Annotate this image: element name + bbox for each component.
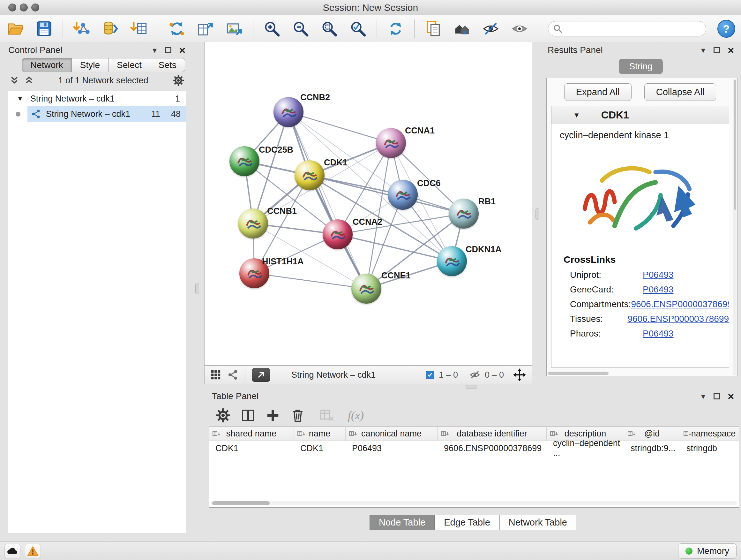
network-node-CDK1[interactable] [294,160,325,190]
column-header-database-identifier[interactable]: database identifier [437,427,547,441]
close-panel-icon[interactable]: × [179,46,185,54]
tab-network-table[interactable]: Network Table [499,515,576,530]
collapse-all-button[interactable]: Collapse All [644,83,717,101]
panel-menu-icon[interactable]: ▾ [701,46,705,54]
global-search[interactable] [548,21,706,37]
add-column-icon[interactable] [266,408,280,423]
network-node-CCNA2[interactable] [323,219,353,249]
section-expander-icon[interactable]: ▼ [573,111,580,119]
column-header-shared-name[interactable]: shared name [209,427,294,441]
float-panel-icon[interactable] [714,47,720,53]
open-in-new-window-button[interactable] [252,368,270,382]
tab-node-table[interactable]: Node Table [369,515,434,530]
table-cell: cyclin–dependent ... [547,441,624,455]
column-header-description[interactable]: description [547,427,624,441]
export-image-button[interactable] [223,18,245,40]
copy-document-button[interactable] [422,18,444,40]
show-all-button[interactable] [509,18,530,40]
import-table-button[interactable] [128,18,150,40]
network-node-CDC25B[interactable] [229,146,259,176]
network-options-gear-icon[interactable] [173,75,184,86]
crosslink-value[interactable]: 9606.ENSP00000378699 [631,299,729,309]
open-session-button[interactable] [4,18,26,40]
import-network-from-file-button[interactable] [71,18,92,40]
close-window-button[interactable] [8,3,16,11]
table-horizontal-scrollbar[interactable] [211,501,737,505]
tab-sets[interactable]: Sets [150,58,185,72]
tab-edge-table[interactable]: Edge Table [434,515,499,530]
crosslink-value[interactable]: P06493 [643,270,674,280]
new-network-button[interactable] [166,18,188,40]
column-header-label: canonical name [361,429,421,439]
close-panel-icon[interactable]: × [728,392,734,400]
network-collection-row[interactable]: ▼ String Network – cdk1 1 [8,91,186,106]
panel-menu-icon[interactable]: ▾ [701,392,705,400]
column-header-id[interactable]: @id [624,427,680,441]
string-tab-badge[interactable]: String [619,59,663,74]
edge-count: 48 [171,109,181,119]
zoom-window-button[interactable] [31,3,39,11]
zoom-in-button[interactable] [261,18,283,40]
network-node-CCNA1[interactable] [376,128,406,158]
column-header-canonical-name[interactable]: canonical name [346,427,437,441]
network-from-table-button[interactable] [195,18,216,40]
minimize-window-button[interactable] [20,3,28,11]
network-node-CCNB2[interactable] [273,97,304,127]
column-header-namespace[interactable]: namespace [680,427,739,441]
refresh-view-button[interactable] [385,18,407,40]
delete-column-icon[interactable] [290,408,305,423]
tab-network[interactable]: Network [22,58,72,72]
gene-section-header[interactable]: ▼ CDK1 [551,106,729,124]
network-node-CCNE1[interactable] [351,273,381,304]
close-panel-icon[interactable]: × [728,46,734,54]
search-input[interactable] [565,24,701,34]
right-splitter-handle[interactable] [536,208,539,220]
hidden-eye-slash-icon[interactable] [469,369,480,380]
network-node-RB1[interactable] [449,199,479,229]
network-edge-HIST1H1A-CCNE1[interactable] [254,273,366,289]
panel-menu-icon[interactable]: ▾ [152,46,157,54]
pan-move-icon[interactable] [513,368,526,381]
birdseye-home-button[interactable] [451,18,473,40]
results-horizontal-scrollbar[interactable] [548,372,609,375]
zoom-fit-button[interactable] [319,18,340,40]
network-node-CDC6[interactable] [388,180,418,210]
results-vertical-scrollbar[interactable] [733,79,737,375]
network-canvas[interactable]: CCNB2CCNA1CDC25BCDK1CDC6RB1CCNB1CCNA2CDK… [204,42,532,366]
crosslink-value[interactable]: 9606.ENSP00000378699 [627,314,729,324]
zoom-out-button[interactable] [290,18,312,40]
tab-style[interactable]: Style [72,58,109,72]
bottom-splitter-handle[interactable] [466,385,477,389]
cloud-status-button[interactable] [4,544,20,558]
crosslink-value[interactable]: P06493 [643,285,674,295]
expand-all-tree-icon[interactable] [24,76,34,85]
show-columns-icon[interactable] [241,408,255,423]
share-network-icon[interactable] [227,369,239,380]
save-session-button[interactable] [33,18,55,40]
zoom-selected-button[interactable] [347,18,369,40]
help-button[interactable]: ? [718,20,735,38]
float-panel-icon[interactable] [165,47,172,53]
column-header-name[interactable]: name [294,427,346,441]
network-node-CCNB1[interactable] [238,208,268,239]
network-edge-CCNB2-CCNA1[interactable] [288,112,391,143]
expand-all-button[interactable]: Expand All [564,83,631,101]
birdseye-grid-icon[interactable] [210,369,221,380]
network-node-CDKN1A[interactable] [437,246,467,276]
left-splitter-handle[interactable] [195,283,199,294]
tab-select[interactable]: Select [109,58,150,72]
warnings-button[interactable] [25,544,41,558]
hide-selected-button[interactable] [480,18,502,40]
function-builder-button[interactable]: f(x) [348,409,364,422]
selected-checkbox-icon[interactable] [426,371,434,379]
table-row[interactable]: CDK1CDK1P064939606.ENSP00000378699cyclin… [209,441,739,455]
network-row-selected[interactable]: String Network – cdk1 11 48 [8,106,186,122]
collapse-all-tree-icon[interactable] [10,76,19,85]
table-settings-gear-icon[interactable] [216,408,230,423]
crosslink-value[interactable]: P06493 [643,328,674,339]
memory-button[interactable]: Memory [678,543,737,559]
tree-expander-icon[interactable]: ▼ [17,95,23,103]
network-edge-CDK1-RB1[interactable] [310,175,464,213]
float-panel-icon[interactable] [714,393,720,399]
import-network-from-database-button[interactable] [99,18,121,40]
